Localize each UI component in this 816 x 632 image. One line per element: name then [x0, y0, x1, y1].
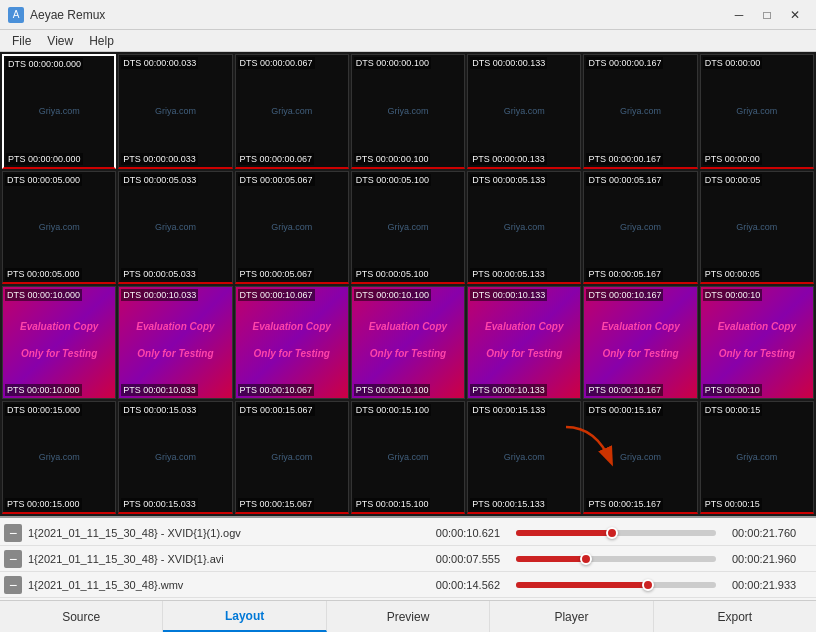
progress-handle[interactable]	[580, 553, 592, 565]
dts-timestamp: DTS 00:00:15.100	[354, 404, 431, 416]
logo-watermark: Griya.com	[736, 452, 777, 462]
dts-timestamp: DTS 00:00:00.067	[238, 57, 315, 69]
logo-watermark: Griya.com	[620, 106, 661, 116]
video-cell[interactable]: Griya.comDTS 00:00:15PTS 00:00:15	[700, 401, 814, 515]
tab-layout[interactable]: Layout	[163, 601, 326, 632]
menu-file[interactable]: File	[4, 32, 39, 50]
window-controls: ─ □ ✕	[726, 5, 808, 25]
file-name: 1{2021_01_11_15_30_48}.wmv	[28, 579, 420, 591]
video-cell[interactable]: Griya.comDTS 00:00:00.133PTS 00:00:00.13…	[467, 54, 581, 169]
video-cell[interactable]: Griya.comDTS 00:00:00.067PTS 00:00:00.06…	[235, 54, 349, 169]
file-progress[interactable]	[516, 556, 716, 562]
logo-watermark: Griya.com	[39, 452, 80, 462]
video-cell[interactable]: Griya.comDTS 00:00:15.000PTS 00:00:15.00…	[2, 401, 116, 515]
pts-timestamp: PTS 00:00:00	[703, 153, 762, 165]
video-cell[interactable]: Griya.comDTS 00:00:00.000PTS 00:00:00.00…	[2, 54, 116, 169]
file-progress[interactable]	[516, 530, 716, 536]
file-row[interactable]: −1{2021_01_11_15_30_48}.wmv00:00:14.5620…	[0, 572, 816, 598]
pts-timestamp: PTS 00:00:05	[703, 268, 762, 280]
file-remove-button[interactable]: −	[4, 550, 22, 568]
logo-watermark: Griya.com	[504, 106, 545, 116]
eval-watermark: Evaluation Copy	[601, 320, 679, 331]
pts-timestamp: PTS 00:00:15.067	[238, 498, 315, 510]
test-watermark: Only for Testing	[137, 348, 213, 359]
pts-timestamp: PTS 00:00:05.033	[121, 268, 198, 280]
video-cell[interactable]: Griya.comDTS 00:00:05PTS 00:00:05	[700, 171, 814, 285]
video-cell[interactable]: Griya.comDTS 00:00:15.033PTS 00:00:15.03…	[118, 401, 232, 515]
video-cell[interactable]: Griya.comDTS 00:00:05.133PTS 00:00:05.13…	[467, 171, 581, 285]
dts-timestamp: DTS 00:00:05	[703, 174, 763, 186]
video-cell[interactable]: Griya.comDTS 00:00:15.100PTS 00:00:15.10…	[351, 401, 465, 515]
pts-timestamp: PTS 00:00:10.100	[354, 384, 431, 396]
file-remove-button[interactable]: −	[4, 576, 22, 594]
tab-export[interactable]: Export	[654, 601, 816, 632]
tab-preview[interactable]: Preview	[327, 601, 490, 632]
pts-timestamp: PTS 00:00:10.133	[470, 384, 547, 396]
logo-watermark: Griya.com	[39, 222, 80, 232]
menu-help[interactable]: Help	[81, 32, 122, 50]
logo-watermark: Griya.com	[620, 452, 661, 462]
file-progress[interactable]	[516, 582, 716, 588]
video-cell[interactable]: Griya.comDTS 00:00:05.000PTS 00:00:05.00…	[2, 171, 116, 285]
logo-watermark: Griya.com	[504, 452, 545, 462]
file-remove-button[interactable]: −	[4, 524, 22, 542]
video-cell[interactable]: Evaluation CopyOnly for TestingDTS 00:00…	[583, 286, 697, 399]
progress-handle[interactable]	[606, 527, 618, 539]
video-cell[interactable]: Griya.comDTS 00:00:05.033PTS 00:00:05.03…	[118, 171, 232, 285]
video-cell[interactable]: Evaluation CopyOnly for TestingDTS 00:00…	[118, 286, 232, 399]
video-cell[interactable]: Evaluation CopyOnly for TestingDTS 00:00…	[467, 286, 581, 399]
video-cell[interactable]: Griya.comDTS 00:00:05.067PTS 00:00:05.06…	[235, 171, 349, 285]
menu-view[interactable]: View	[39, 32, 81, 50]
pts-timestamp: PTS 00:00:15.167	[586, 498, 663, 510]
video-cell[interactable]: Griya.comDTS 00:00:00.033PTS 00:00:00.03…	[118, 54, 232, 169]
eval-watermark: Evaluation Copy	[485, 320, 563, 331]
progress-handle[interactable]	[642, 579, 654, 591]
video-cell[interactable]: Griya.comDTS 00:00:15.133PTS 00:00:15.13…	[467, 401, 581, 515]
file-time-start: 00:00:14.562	[420, 579, 500, 591]
dts-timestamp: DTS 00:00:15.033	[121, 404, 198, 416]
tab-player[interactable]: Player	[490, 601, 653, 632]
title-bar: A Aeyae Remux ─ □ ✕	[0, 0, 816, 30]
video-cell[interactable]: Griya.comDTS 00:00:00PTS 00:00:00	[700, 54, 814, 169]
pts-timestamp: PTS 00:00:15.000	[5, 498, 82, 510]
file-time-start: 00:00:10.621	[420, 527, 500, 539]
minimize-button[interactable]: ─	[726, 5, 752, 25]
dts-timestamp: DTS 00:00:00.100	[354, 57, 431, 69]
file-row[interactable]: −1{2021_01_11_15_30_48} - XVID{1}(1).ogv…	[0, 520, 816, 546]
dts-timestamp: DTS 00:00:00.000	[6, 58, 83, 70]
file-time-end: 00:00:21.960	[732, 553, 812, 565]
video-cell[interactable]: Griya.comDTS 00:00:05.167PTS 00:00:05.16…	[583, 171, 697, 285]
logo-watermark: Griya.com	[504, 222, 545, 232]
video-cell[interactable]: Griya.comDTS 00:00:05.100PTS 00:00:05.10…	[351, 171, 465, 285]
video-cell[interactable]: Evaluation CopyOnly for TestingDTS 00:00…	[700, 286, 814, 399]
close-button[interactable]: ✕	[782, 5, 808, 25]
eval-watermark: Evaluation Copy	[253, 320, 331, 331]
pts-timestamp: PTS 00:00:05.167	[586, 268, 663, 280]
maximize-button[interactable]: □	[754, 5, 780, 25]
pts-timestamp: PTS 00:00:05.000	[5, 268, 82, 280]
logo-watermark: Griya.com	[155, 452, 196, 462]
tab-source[interactable]: Source	[0, 601, 163, 632]
dts-timestamp: DTS 00:00:10.100	[354, 289, 431, 301]
main-content: Griya.comDTS 00:00:00.000PTS 00:00:00.00…	[0, 52, 816, 632]
dts-timestamp: DTS 00:00:15.133	[470, 404, 547, 416]
dts-timestamp: DTS 00:00:05.033	[121, 174, 198, 186]
video-cell[interactable]: Griya.comDTS 00:00:00.100PTS 00:00:00.10…	[351, 54, 465, 169]
video-cell[interactable]: Evaluation CopyOnly for TestingDTS 00:00…	[2, 286, 116, 399]
dts-timestamp: DTS 00:00:05.100	[354, 174, 431, 186]
dts-timestamp: DTS 00:00:15.000	[5, 404, 82, 416]
video-cell[interactable]: Evaluation CopyOnly for TestingDTS 00:00…	[235, 286, 349, 399]
logo-watermark: Griya.com	[271, 222, 312, 232]
file-row[interactable]: −1{2021_01_11_15_30_48} - XVID{1}.avi00:…	[0, 546, 816, 572]
dts-timestamp: DTS 00:00:10	[703, 289, 763, 301]
video-cell[interactable]: Griya.comDTS 00:00:15.067PTS 00:00:15.06…	[235, 401, 349, 515]
app-title: Aeyae Remux	[30, 8, 726, 22]
video-cell[interactable]: Griya.comDTS 00:00:15.167PTS 00:00:15.16…	[583, 401, 697, 515]
video-cell[interactable]: Evaluation CopyOnly for TestingDTS 00:00…	[351, 286, 465, 399]
dts-timestamp: DTS 00:00:05.133	[470, 174, 547, 186]
video-cell[interactable]: Griya.comDTS 00:00:00.167PTS 00:00:00.16…	[583, 54, 697, 169]
dts-timestamp: DTS 00:00:00.033	[121, 57, 198, 69]
dts-timestamp: DTS 00:00:00.167	[586, 57, 663, 69]
logo-watermark: Griya.com	[271, 106, 312, 116]
video-grid-area: Griya.comDTS 00:00:00.000PTS 00:00:00.00…	[0, 52, 816, 516]
